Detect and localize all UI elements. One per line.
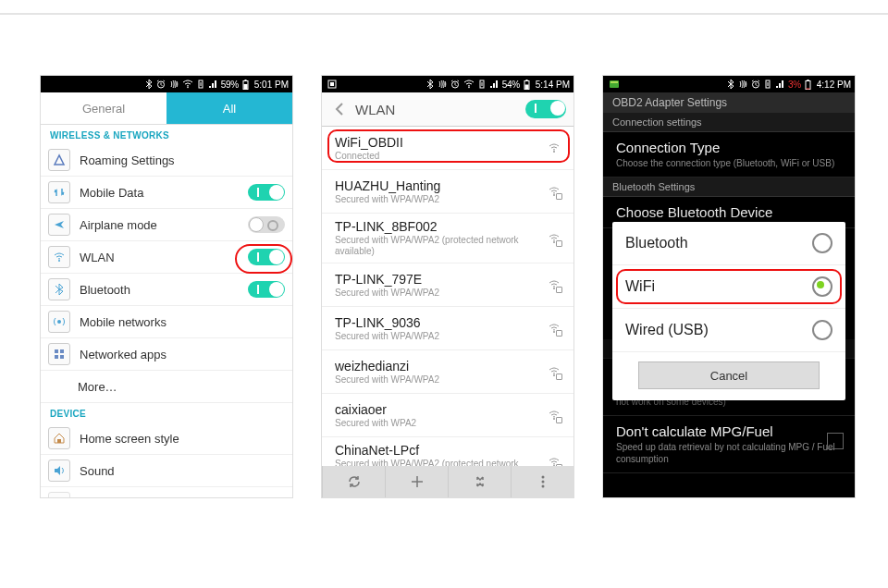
section-connection-settings: Connection settings — [603, 113, 855, 132]
network-status: Secured with WPA2 — [335, 418, 548, 429]
clock: 5:01 PM — [254, 80, 289, 90]
svg-rect-39 — [807, 80, 808, 81]
wlan-network-row[interactable]: TP-LINK_797ESecured with WPA/WPA2 — [322, 263, 574, 307]
connection-type-dialog: Bluetooth WiFi Wired (USB) Cancel — [612, 222, 845, 400]
data-icon — [197, 80, 204, 89]
bluetooth-toggle[interactable] — [248, 281, 285, 298]
wlan-network-row[interactable]: weizhedianziSecured with WPA/WPA2 — [322, 350, 574, 394]
option-label: Bluetooth — [625, 235, 688, 251]
row-sound[interactable]: Sound — [41, 455, 292, 487]
wlan-network-row[interactable]: TP-LINK_8BF002Secured with WPA/WPA2 (pro… — [322, 214, 574, 263]
bluetooth-row-icon — [48, 278, 70, 300]
network-name: caixiaoer — [335, 402, 548, 417]
svg-point-23 — [553, 151, 555, 153]
row-networked-apps[interactable]: Networked apps — [41, 338, 292, 371]
svg-point-6 — [58, 260, 60, 262]
clock: 5:14 PM — [536, 80, 570, 90]
item-title: Connection Type — [616, 140, 842, 155]
tab-all[interactable]: All — [166, 92, 292, 124]
svg-point-33 — [541, 485, 544, 488]
svg-rect-8 — [55, 349, 58, 353]
signal-icon — [775, 80, 784, 89]
row-label: Mobile networks — [80, 315, 285, 329]
radio[interactable] — [812, 276, 832, 297]
section-bluetooth-settings: Bluetooth Settings — [603, 178, 855, 197]
row-label: Airplane mode — [80, 218, 248, 232]
row-more[interactable]: More… — [41, 371, 292, 403]
bluetooth-icon — [426, 80, 434, 89]
mobile-data-toggle[interactable] — [248, 184, 285, 201]
svg-point-18 — [468, 87, 470, 89]
network-name: HUAZHU_Hanting — [335, 178, 548, 193]
row-wlan[interactable]: WLAN — [41, 241, 292, 274]
wlan-network-list: WiFi_OBDIIConnectedHUAZHU_HantingSecured… — [322, 127, 574, 487]
option-wifi[interactable]: WiFi — [612, 265, 845, 309]
svg-point-26 — [553, 288, 555, 289]
row-airplane[interactable]: Airplane mode — [41, 209, 292, 241]
wlan-header: WLAN — [322, 92, 574, 127]
home-icon — [48, 427, 70, 449]
battery-icon — [524, 80, 530, 90]
option-bluetooth[interactable]: Bluetooth — [612, 222, 845, 265]
wlan-toggle[interactable] — [248, 249, 285, 265]
overflow-button[interactable] — [511, 466, 574, 497]
back-button[interactable] — [329, 99, 350, 119]
battery-percent: 3% — [788, 80, 801, 90]
wlan-network-row[interactable]: WiFi_OBDIIConnected — [322, 127, 574, 170]
item-subtitle: Speed up data retrieval by not calculati… — [616, 441, 842, 465]
network-status: Secured with WPA/WPA2 (protected network… — [335, 235, 548, 257]
item-dont-calc-mpg[interactable]: Don't calculate MPG/Fuel Speed up data r… — [603, 416, 855, 473]
svg-rect-35 — [610, 81, 618, 83]
wlan-network-row[interactable]: TP-LINK_9036Secured with WPA/WPA2 — [322, 307, 574, 350]
data-icon — [478, 80, 486, 89]
row-label: Networked apps — [80, 348, 285, 361]
network-status: Secured with WPA/WPA2 — [335, 194, 548, 205]
airplane-toggle[interactable] — [248, 216, 285, 233]
alarm-icon — [156, 80, 166, 89]
wlan-network-row[interactable]: caixiaoerSecured with WPA2 — [322, 394, 574, 437]
radio[interactable] — [812, 233, 832, 253]
network-name: ChinaNet-LPcf — [335, 443, 548, 458]
battery-percent: 54% — [502, 80, 520, 90]
option-wired[interactable]: Wired (USB) — [612, 309, 845, 352]
wifi-signal-icon — [548, 278, 561, 291]
radio[interactable] — [812, 320, 832, 340]
wlan-master-toggle[interactable] — [525, 100, 566, 118]
row-home-screen[interactable]: Home screen style — [41, 423, 292, 455]
tab-general[interactable]: General — [41, 92, 166, 124]
alarm-icon — [450, 80, 460, 89]
mobile-networks-icon — [48, 311, 70, 333]
vibrate-icon — [169, 80, 179, 89]
airplane-icon — [48, 214, 70, 236]
row-roaming[interactable]: Roaming Settings — [41, 144, 292, 177]
wps-button[interactable] — [448, 466, 511, 497]
refresh-button[interactable] — [322, 466, 385, 497]
vibrate-icon — [738, 80, 747, 89]
alarm-icon — [751, 80, 760, 89]
app-icon — [609, 80, 620, 89]
network-name: WiFi_OBDII — [335, 135, 548, 150]
phone-obd-settings: 3% 4:12 PM OBD2 Adapter Settings Connect… — [603, 76, 855, 497]
svg-rect-2 — [199, 80, 203, 88]
option-label: Wired (USB) — [625, 322, 709, 338]
signal-icon — [208, 80, 217, 89]
network-name: weizhedianzi — [335, 359, 548, 374]
item-title: Don't calculate MPG/Fuel — [616, 423, 842, 439]
checkbox[interactable] — [827, 433, 844, 449]
item-title: Choose Bluetooth Device — [616, 204, 842, 220]
row-label: WLAN — [80, 251, 248, 264]
svg-point-31 — [541, 476, 544, 479]
row-mobile-data[interactable]: Mobile Data — [41, 177, 292, 209]
mobile-data-icon — [48, 181, 70, 203]
row-mobile-networks[interactable]: Mobile networks — [41, 306, 292, 338]
item-connection-type[interactable]: Connection Type Choose the connection ty… — [603, 132, 855, 178]
row-display[interactable]: Display — [41, 487, 292, 497]
wlan-network-row[interactable]: HUAZHU_HantingSecured with WPA/WPA2 — [322, 170, 574, 214]
row-bluetooth[interactable]: Bluetooth — [41, 274, 292, 306]
cancel-button[interactable]: Cancel — [638, 361, 820, 389]
svg-rect-4 — [244, 80, 246, 81]
wireless-list: Roaming Settings Mobile Data Airplane mo… — [41, 144, 292, 403]
roaming-icon — [48, 149, 70, 171]
add-network-button[interactable] — [385, 466, 448, 497]
row-label: Display — [80, 496, 285, 498]
